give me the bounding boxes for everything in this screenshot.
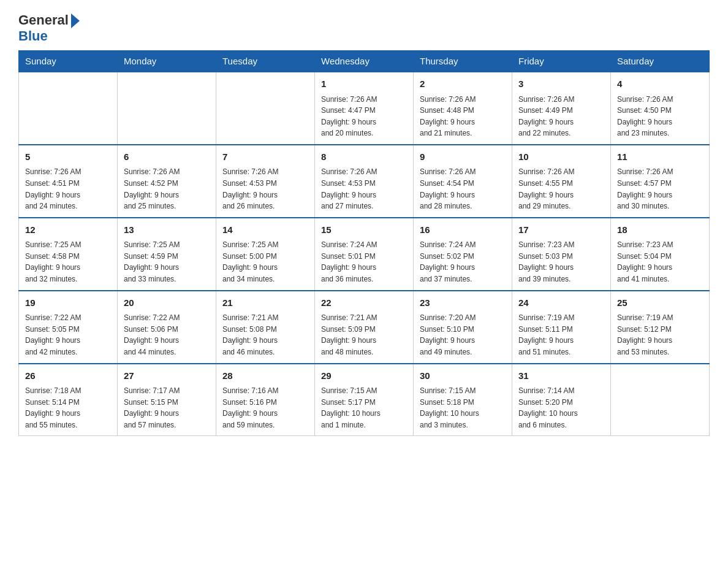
day-info: Sunrise: 7:18 AM Sunset: 5:14 PM Dayligh…: [25, 385, 111, 431]
day-info: Sunrise: 7:14 AM Sunset: 5:20 PM Dayligh…: [518, 385, 604, 431]
calendar-week-4: 19Sunrise: 7:22 AM Sunset: 5:05 PM Dayli…: [19, 291, 710, 364]
calendar-table: SundayMondayTuesdayWednesdayThursdayFrid…: [18, 50, 710, 436]
calendar-cell: 10Sunrise: 7:26 AM Sunset: 4:55 PM Dayli…: [512, 145, 611, 218]
day-number: 28: [222, 369, 308, 383]
day-info: Sunrise: 7:22 AM Sunset: 5:06 PM Dayligh…: [124, 312, 210, 358]
calendar-week-5: 26Sunrise: 7:18 AM Sunset: 5:14 PM Dayli…: [19, 364, 710, 436]
calendar-cell: 21Sunrise: 7:21 AM Sunset: 5:08 PM Dayli…: [216, 291, 315, 364]
day-number: 11: [617, 150, 703, 164]
calendar-cell: 14Sunrise: 7:25 AM Sunset: 5:00 PM Dayli…: [216, 218, 315, 291]
calendar-header: SundayMondayTuesdayWednesdayThursdayFrid…: [19, 51, 710, 72]
calendar-cell: 1Sunrise: 7:26 AM Sunset: 4:47 PM Daylig…: [315, 72, 414, 145]
day-number: 21: [222, 296, 308, 310]
day-number: 29: [321, 369, 407, 383]
day-number: 1: [321, 77, 407, 91]
weekday-header-friday: Friday: [512, 51, 611, 72]
logo-general: General: [18, 12, 69, 28]
day-number: 7: [222, 150, 308, 164]
calendar-cell: 18Sunrise: 7:23 AM Sunset: 5:04 PM Dayli…: [611, 218, 710, 291]
day-number: 6: [124, 150, 210, 164]
calendar-cell: [118, 72, 216, 145]
calendar-cell: 28Sunrise: 7:16 AM Sunset: 5:16 PM Dayli…: [216, 364, 315, 436]
day-info: Sunrise: 7:23 AM Sunset: 5:04 PM Dayligh…: [617, 239, 703, 285]
day-number: 31: [518, 369, 604, 383]
day-number: 17: [518, 223, 604, 237]
weekday-header-thursday: Thursday: [414, 51, 512, 72]
day-info: Sunrise: 7:26 AM Sunset: 4:57 PM Dayligh…: [617, 166, 703, 212]
day-info: Sunrise: 7:26 AM Sunset: 4:47 PM Dayligh…: [321, 94, 407, 139]
day-number: 27: [124, 369, 210, 383]
day-info: Sunrise: 7:22 AM Sunset: 5:05 PM Dayligh…: [25, 312, 111, 358]
logo-triangle-icon: [71, 13, 80, 28]
day-number: 23: [420, 296, 506, 310]
day-info: Sunrise: 7:26 AM Sunset: 4:53 PM Dayligh…: [222, 166, 308, 212]
day-number: 15: [321, 223, 407, 237]
calendar-cell: 25Sunrise: 7:19 AM Sunset: 5:12 PM Dayli…: [611, 291, 710, 364]
calendar-cell: 2Sunrise: 7:26 AM Sunset: 4:48 PM Daylig…: [414, 72, 512, 145]
day-info: Sunrise: 7:26 AM Sunset: 4:48 PM Dayligh…: [420, 94, 506, 139]
calendar-cell: [216, 72, 315, 145]
day-info: Sunrise: 7:26 AM Sunset: 4:53 PM Dayligh…: [321, 166, 407, 212]
day-info: Sunrise: 7:25 AM Sunset: 5:00 PM Dayligh…: [222, 239, 308, 285]
day-number: 19: [25, 296, 111, 310]
day-number: 18: [617, 223, 703, 237]
calendar-cell: 4Sunrise: 7:26 AM Sunset: 4:50 PM Daylig…: [611, 72, 710, 145]
day-number: 12: [25, 223, 111, 237]
calendar-cell: 31Sunrise: 7:14 AM Sunset: 5:20 PM Dayli…: [512, 364, 611, 436]
calendar-cell: 16Sunrise: 7:24 AM Sunset: 5:02 PM Dayli…: [414, 218, 512, 291]
calendar-body: 1Sunrise: 7:26 AM Sunset: 4:47 PM Daylig…: [19, 72, 710, 436]
day-number: 26: [25, 369, 111, 383]
weekday-header-tuesday: Tuesday: [216, 51, 315, 72]
weekday-header-saturday: Saturday: [611, 51, 710, 72]
day-info: Sunrise: 7:20 AM Sunset: 5:10 PM Dayligh…: [420, 312, 506, 358]
day-number: 24: [518, 296, 604, 310]
day-number: 16: [420, 223, 506, 237]
weekday-header-wednesday: Wednesday: [315, 51, 414, 72]
logo: General Blue: [18, 12, 80, 44]
day-info: Sunrise: 7:26 AM Sunset: 4:50 PM Dayligh…: [617, 94, 703, 139]
calendar-cell: [19, 72, 118, 145]
day-info: Sunrise: 7:15 AM Sunset: 5:18 PM Dayligh…: [420, 385, 506, 431]
calendar-cell: 30Sunrise: 7:15 AM Sunset: 5:18 PM Dayli…: [414, 364, 512, 436]
day-number: 5: [25, 150, 111, 164]
calendar-cell: 8Sunrise: 7:26 AM Sunset: 4:53 PM Daylig…: [315, 145, 414, 218]
day-number: 30: [420, 369, 506, 383]
day-info: Sunrise: 7:21 AM Sunset: 5:08 PM Dayligh…: [222, 312, 308, 358]
weekday-header-monday: Monday: [118, 51, 216, 72]
day-number: 2: [420, 77, 506, 91]
day-number: 13: [124, 223, 210, 237]
day-number: 10: [518, 150, 604, 164]
calendar-week-1: 1Sunrise: 7:26 AM Sunset: 4:47 PM Daylig…: [19, 72, 710, 145]
day-number: 14: [222, 223, 308, 237]
calendar-cell: 17Sunrise: 7:23 AM Sunset: 5:03 PM Dayli…: [512, 218, 611, 291]
calendar-cell: 22Sunrise: 7:21 AM Sunset: 5:09 PM Dayli…: [315, 291, 414, 364]
logo-blue: Blue: [18, 28, 48, 44]
day-info: Sunrise: 7:25 AM Sunset: 4:59 PM Dayligh…: [124, 239, 210, 285]
calendar-week-3: 12Sunrise: 7:25 AM Sunset: 4:58 PM Dayli…: [19, 218, 710, 291]
day-info: Sunrise: 7:24 AM Sunset: 5:01 PM Dayligh…: [321, 239, 407, 285]
calendar-cell: 19Sunrise: 7:22 AM Sunset: 5:05 PM Dayli…: [19, 291, 118, 364]
day-number: 9: [420, 150, 506, 164]
calendar-cell: 13Sunrise: 7:25 AM Sunset: 4:59 PM Dayli…: [118, 218, 216, 291]
calendar-cell: 11Sunrise: 7:26 AM Sunset: 4:57 PM Dayli…: [611, 145, 710, 218]
day-info: Sunrise: 7:26 AM Sunset: 4:51 PM Dayligh…: [25, 166, 111, 212]
day-number: 20: [124, 296, 210, 310]
day-number: 4: [617, 77, 703, 91]
calendar-cell: 5Sunrise: 7:26 AM Sunset: 4:51 PM Daylig…: [19, 145, 118, 218]
day-info: Sunrise: 7:25 AM Sunset: 4:58 PM Dayligh…: [25, 239, 111, 285]
day-info: Sunrise: 7:24 AM Sunset: 5:02 PM Dayligh…: [420, 239, 506, 285]
day-info: Sunrise: 7:19 AM Sunset: 5:11 PM Dayligh…: [518, 312, 604, 358]
calendar-cell: 23Sunrise: 7:20 AM Sunset: 5:10 PM Dayli…: [414, 291, 512, 364]
day-info: Sunrise: 7:17 AM Sunset: 5:15 PM Dayligh…: [124, 385, 210, 431]
day-number: 3: [518, 77, 604, 91]
weekday-header-sunday: Sunday: [19, 51, 118, 72]
calendar-week-2: 5Sunrise: 7:26 AM Sunset: 4:51 PM Daylig…: [19, 145, 710, 218]
calendar-cell: 3Sunrise: 7:26 AM Sunset: 4:49 PM Daylig…: [512, 72, 611, 145]
day-info: Sunrise: 7:26 AM Sunset: 4:49 PM Dayligh…: [518, 94, 604, 139]
page-header: General Blue: [18, 12, 710, 44]
day-info: Sunrise: 7:15 AM Sunset: 5:17 PM Dayligh…: [321, 385, 407, 431]
day-info: Sunrise: 7:26 AM Sunset: 4:54 PM Dayligh…: [420, 166, 506, 212]
calendar-cell: 9Sunrise: 7:26 AM Sunset: 4:54 PM Daylig…: [414, 145, 512, 218]
calendar-cell: 24Sunrise: 7:19 AM Sunset: 5:11 PM Dayli…: [512, 291, 611, 364]
calendar-cell: 29Sunrise: 7:15 AM Sunset: 5:17 PM Dayli…: [315, 364, 414, 436]
